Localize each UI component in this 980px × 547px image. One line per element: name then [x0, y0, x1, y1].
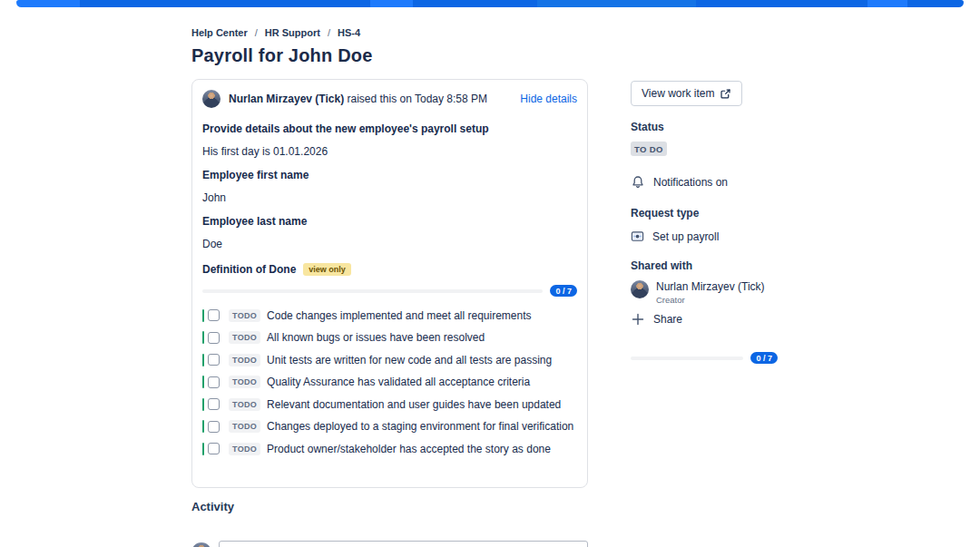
checklist-item-label: Unit tests are written for new code and … — [267, 354, 552, 366]
todo-badge: TODO — [229, 420, 260, 433]
request-type-heading: Request type — [631, 207, 778, 220]
todo-status-bar — [202, 309, 204, 322]
checklist-item-label: Quality Assurance has validated all acce… — [267, 376, 530, 388]
todo-badge: TODO — [229, 309, 260, 322]
view-only-badge: view only — [303, 263, 351, 276]
checklist-item: TODO Relevant documentation and user gui… — [202, 393, 577, 415]
sidebar-progress-count: 0 / 7 — [750, 352, 778, 364]
field-value-first-name: John — [202, 191, 577, 204]
checklist-item-label: Relevant documentation and user guides h… — [267, 398, 561, 411]
shared-person-row: Nurlan Mirzayev (Tick) Creator — [631, 280, 778, 305]
field-value-last-name: Doe — [202, 238, 577, 250]
checklist-item: TODO Unit tests are written for new code… — [202, 348, 577, 371]
todo-status-bar — [202, 331, 204, 344]
checklist-item: TODO All known bugs or issues have been … — [202, 327, 577, 349]
notifications-label: Notifications on — [653, 176, 728, 189]
checklist-progress: 0 / 7 — [202, 285, 577, 297]
page-title: Payroll for John Doe — [191, 45, 588, 66]
checklist-checkbox[interactable] — [208, 332, 220, 344]
checklist-progress-count: 0 / 7 — [550, 285, 577, 297]
checklist-checkbox[interactable] — [208, 354, 220, 366]
todo-badge: TODO — [229, 398, 260, 411]
reporter-avatar — [202, 90, 220, 108]
request-description: Provide details about the new employee's… — [202, 122, 577, 250]
todo-status-bar — [202, 354, 204, 366]
shared-person-avatar — [631, 280, 649, 298]
details-sidebar: View work item Status TO DO Notification… — [631, 81, 778, 364]
field-label-first-name: Employee first name — [202, 169, 577, 181]
external-link-icon — [720, 88, 731, 100]
checklist-checkbox[interactable] — [208, 443, 220, 454]
breadcrumb-help-center[interactable]: Help Center — [191, 27, 248, 38]
checklist-item-label: Code changes implemented and meet all re… — [267, 309, 532, 322]
todo-badge: TODO — [229, 376, 260, 388]
share-button[interactable]: Share — [631, 312, 778, 327]
share-label: Share — [653, 313, 682, 326]
breadcrumb-hr-support[interactable]: HR Support — [265, 27, 320, 38]
checklist-checkbox[interactable] — [208, 398, 220, 410]
main-column: Help Center / HR Support / HS-4 Payroll … — [191, 27, 588, 547]
breadcrumb: Help Center / HR Support / HS-4 — [191, 27, 588, 38]
checklist-checkbox[interactable] — [208, 376, 220, 388]
view-work-item-label: View work item — [642, 87, 714, 100]
todo-status-bar — [202, 443, 204, 455]
todo-badge: TODO — [229, 443, 260, 455]
bell-icon — [631, 175, 645, 190]
comment-composer — [191, 541, 588, 547]
shared-with-heading: Shared with — [631, 259, 778, 272]
shared-person-name: Nurlan Mirzayev (Tick) — [656, 280, 765, 293]
checklist-checkbox[interactable] — [208, 421, 220, 433]
hide-details-link[interactable]: Hide details — [520, 93, 577, 105]
notifications-toggle[interactable]: Notifications on — [631, 175, 778, 190]
comment-input[interactable] — [219, 541, 588, 547]
activity-heading: Activity — [191, 500, 588, 513]
checklist-item: TODO Code changes implemented and meet a… — [202, 304, 577, 327]
todo-badge: TODO — [229, 331, 260, 344]
request-type-label: Set up payroll — [652, 230, 719, 243]
definition-of-done-title: Definition of Done — [202, 263, 296, 276]
shared-person-info: Nurlan Mirzayev (Tick) Creator — [656, 280, 765, 305]
checklist-item-label: All known bugs or issues have been resol… — [267, 331, 485, 344]
todo-status-bar — [202, 398, 204, 411]
field-label-last-name: Employee last name — [202, 215, 577, 228]
checklist-progress-track — [202, 289, 543, 293]
status-badge: TO DO — [631, 142, 667, 156]
request-card-header: Nurlan Mirzayev (Tick) raised this on To… — [202, 90, 577, 108]
checklist: TODO Code changes implemented and meet a… — [202, 304, 577, 460]
checklist-item: TODO Quality Assurance has validated all… — [202, 371, 577, 394]
checklist-item-label: Changes deployed to a staging environmen… — [267, 420, 573, 433]
sidebar-progress-track — [631, 357, 743, 360]
checklist-item-label: Product owner/stakeholder has accepted t… — [267, 443, 551, 455]
description-intro: Provide details about the new employee's… — [202, 122, 577, 135]
breadcrumb-separator: / — [328, 27, 330, 38]
todo-status-bar — [202, 376, 204, 388]
sidebar-progress: 0 / 7 — [631, 352, 778, 364]
checklist-item: TODO Changes deployed to a staging envir… — [202, 415, 577, 438]
reporter-name: Nurlan Mirzayev (Tick) — [229, 93, 344, 105]
definition-of-done-header: Definition of Done view only — [202, 263, 577, 276]
shared-person-role: Creator — [656, 295, 765, 305]
breadcrumb-issue-key[interactable]: HS-4 — [338, 27, 360, 38]
reporter-line: Nurlan Mirzayev (Tick) raised this on To… — [229, 93, 520, 105]
status-heading: Status — [631, 121, 778, 133]
request-details-card: Nurlan Mirzayev (Tick) raised this on To… — [191, 79, 588, 488]
description-first-day: His first day is 01.01.2026 — [202, 145, 577, 158]
view-work-item-button[interactable]: View work item — [631, 81, 742, 106]
breadcrumb-separator: / — [255, 27, 258, 38]
checklist-item: TODO Product owner/stakeholder has accep… — [202, 437, 577, 460]
request-type-row: Set up payroll — [631, 230, 778, 243]
raised-text: raised this on Today 8:58 PM — [348, 93, 488, 105]
todo-status-bar — [202, 420, 204, 433]
checklist-checkbox[interactable] — [208, 309, 220, 321]
current-user-avatar — [191, 542, 211, 547]
plus-icon — [631, 312, 645, 327]
todo-badge: TODO — [229, 354, 260, 366]
payroll-request-type-icon — [631, 230, 644, 243]
portal-header-banner — [16, 0, 964, 7]
